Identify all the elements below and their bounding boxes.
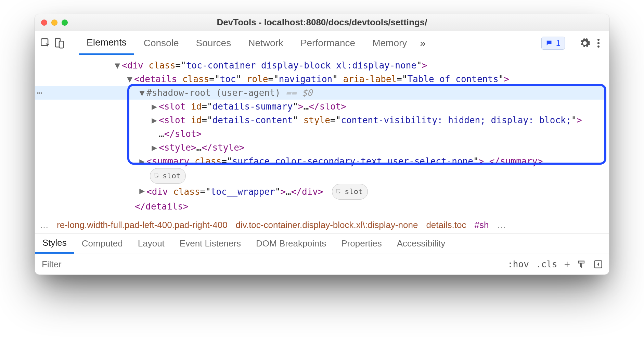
tab-performance[interactable]: Performance <box>293 31 363 55</box>
minimize-window-button[interactable] <box>51 20 57 26</box>
styles-subtabs: Styles Computed Layout Event Listeners D… <box>35 233 609 254</box>
crumb-item-selected[interactable]: #sh <box>474 220 489 230</box>
styles-filterbar: :hov .cls + <box>35 254 609 275</box>
dom-node-content: <div class="toc__wrapper">…</div> slot <box>146 184 602 200</box>
device-toolbar-icon[interactable] <box>53 37 65 49</box>
toggle-cls-button[interactable]: .cls <box>536 259 557 269</box>
window-title: DevTools - localhost:8080/docs/devtools/… <box>35 17 609 28</box>
tabs-overflow-icon[interactable]: » <box>416 37 429 49</box>
disclosure-arrow-icon[interactable]: ▶ <box>151 113 158 127</box>
toggle-hov-button[interactable]: :hov <box>507 259 529 269</box>
inspect-element-icon[interactable] <box>40 37 51 49</box>
reveal-icon <box>154 173 160 179</box>
dom-node-content: <slot id="details-content" style="conten… <box>159 113 602 141</box>
dom-node[interactable]: ▶ <summary class="surface color-secondar… <box>35 154 606 168</box>
dom-node[interactable]: ▶ <slot id="details-content" style="cont… <box>35 113 606 141</box>
settings-gear-icon[interactable] <box>579 37 591 49</box>
reveal-icon <box>336 189 342 195</box>
dom-node-selected[interactable]: ⋯ ▼ #shadow-root (user-agent) == $0 <box>35 86 606 100</box>
svg-point-3 <box>597 38 600 40</box>
svg-point-4 <box>597 42 600 44</box>
subtab-label: Styles <box>42 238 67 248</box>
dom-node[interactable]: ▶ <div class="toc__wrapper">…</div> slot <box>35 184 606 200</box>
subtab-label: Event Listeners <box>180 238 241 249</box>
disclosure-arrow-icon[interactable]: ▼ <box>114 59 121 72</box>
tab-label: Console <box>144 38 179 49</box>
subtab-label: DOM Breakpoints <box>256 238 326 249</box>
issues-count: 1 <box>556 38 561 48</box>
pill-label: slot <box>345 185 363 199</box>
subtab-label: Computed <box>82 238 123 249</box>
svg-point-5 <box>597 45 600 47</box>
dom-node-content: <details class="toc" role="navigation" a… <box>134 72 602 86</box>
tab-network[interactable]: Network <box>241 31 291 55</box>
crumbs-overflow-left[interactable]: … <box>40 220 49 230</box>
window-controls <box>41 20 68 26</box>
slot-reveal-pill-row: slot <box>35 168 606 184</box>
dom-node-content: </details> <box>135 200 602 213</box>
subtab-label: Properties <box>341 238 382 249</box>
kebab-menu-icon[interactable] <box>593 37 604 49</box>
tab-label: Performance <box>300 38 355 49</box>
devtools-window: DevTools - localhost:8080/docs/devtools/… <box>35 14 609 275</box>
dom-node-content: #shadow-root (user-agent) == $0 <box>146 86 602 100</box>
disclosure-arrow-icon[interactable]: ▶ <box>151 100 158 113</box>
disclosure-arrow-icon[interactable]: ▶ <box>138 184 146 198</box>
subtab-accessibility[interactable]: Accessibility <box>389 233 453 254</box>
main-toolbar: Elements Console Sources Network Perform… <box>35 31 609 55</box>
subtab-label: Accessibility <box>397 238 446 249</box>
dom-node-content: <slot id="details-summary">…</slot> <box>159 100 602 113</box>
tab-label: Sources <box>196 38 231 49</box>
crumb-item[interactable]: details.toc <box>426 220 466 230</box>
dom-node[interactable]: </details> <box>35 200 606 213</box>
subtab-styles[interactable]: Styles <box>35 233 74 254</box>
dom-node[interactable]: ▶ <style>…</style> <box>35 141 606 154</box>
dom-node[interactable]: ▶ <slot id="details-summary">…</slot> <box>35 100 606 113</box>
disclosure-arrow-icon[interactable]: ▼ <box>138 86 146 100</box>
tab-label: Memory <box>372 38 407 49</box>
pill-label: slot <box>163 169 181 183</box>
dom-node-content: <summary class="surface color-secondary-… <box>146 154 602 168</box>
titlebar: DevTools - localhost:8080/docs/devtools/… <box>35 14 609 31</box>
dom-node-content: <div class="toc-container display-block … <box>122 59 602 72</box>
close-window-button[interactable] <box>41 20 47 26</box>
issues-icon <box>546 39 553 47</box>
tab-elements[interactable]: Elements <box>79 31 134 55</box>
subtab-dom-breakpoints[interactable]: DOM Breakpoints <box>248 233 334 254</box>
subtab-computed[interactable]: Computed <box>74 233 130 254</box>
disclosure-arrow-icon[interactable]: ▶ <box>151 141 158 154</box>
elements-dom-tree[interactable]: ▼ <div class="toc-container display-bloc… <box>35 55 609 217</box>
styles-format-icon[interactable] <box>577 259 587 269</box>
zoom-window-button[interactable] <box>62 20 68 26</box>
new-style-rule-button[interactable]: + <box>564 258 570 270</box>
tab-memory[interactable]: Memory <box>365 31 414 55</box>
tab-label: Elements <box>87 37 127 48</box>
styles-filter-input[interactable] <box>41 259 178 270</box>
subtab-properties[interactable]: Properties <box>334 233 389 254</box>
crumb-item[interactable]: re-long.width-full.pad-left-400.pad-righ… <box>57 220 228 230</box>
tab-console[interactable]: Console <box>136 31 186 55</box>
crumb-item[interactable]: div.toc-container.display-block.xl\:disp… <box>236 220 418 230</box>
slot-reveal-pill[interactable]: slot <box>332 184 368 200</box>
svg-rect-2 <box>59 41 64 48</box>
issues-chip[interactable]: 1 <box>541 37 565 50</box>
dom-node-content: <style>…</style> <box>159 141 602 154</box>
dom-node[interactable]: ▼ <details class="toc" role="navigation"… <box>35 72 606 86</box>
disclosure-arrow-icon[interactable]: ▶ <box>138 154 146 168</box>
computed-styles-sidebar-icon[interactable] <box>593 259 603 269</box>
disclosure-arrow-icon[interactable]: ▼ <box>126 72 133 86</box>
tab-sources[interactable]: Sources <box>188 31 239 55</box>
subtab-event-listeners[interactable]: Event Listeners <box>172 233 248 254</box>
dom-node[interactable]: ▼ <div class="toc-container display-bloc… <box>35 59 606 72</box>
tab-label: Network <box>248 38 283 49</box>
slot-reveal-pill[interactable]: slot <box>150 168 186 184</box>
crumbs-overflow-right[interactable]: … <box>497 220 506 230</box>
toolbar-divider <box>572 36 572 50</box>
gutter-overflow-icon: ⋯ <box>37 86 42 100</box>
elements-breadcrumbs[interactable]: … re-long.width-full.pad-left-400.pad-ri… <box>35 217 609 233</box>
toolbar-divider <box>72 36 72 50</box>
subtab-label: Layout <box>138 238 165 249</box>
subtab-layout[interactable]: Layout <box>130 233 172 254</box>
